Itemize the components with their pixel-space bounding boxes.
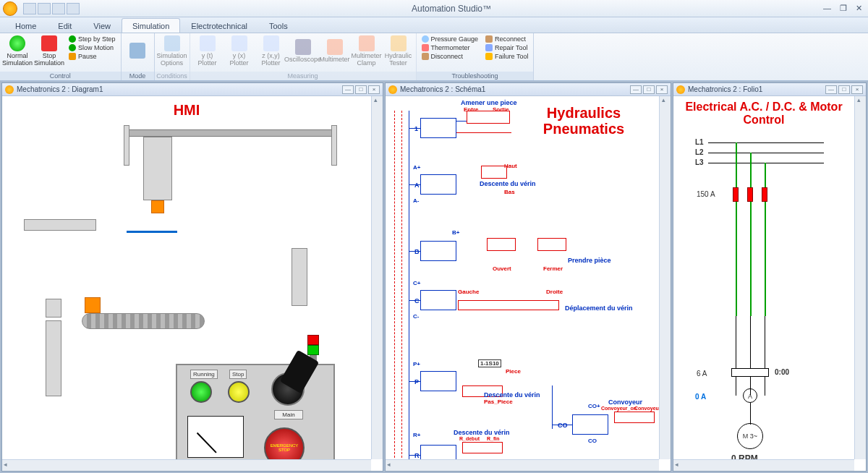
panel-icon — [388, 85, 397, 94]
thermometer-button[interactable]: Thermometer — [420, 43, 481, 52]
group-mode-label: Mode — [122, 72, 154, 80]
panel-close-button[interactable]: × — [368, 85, 380, 94]
panel-min-button[interactable]: — — [342, 85, 354, 94]
motor-icon: M 3~ — [737, 423, 763, 449]
hyd-title: Hydraulics Pneumatics — [519, 105, 649, 137]
yx-plotter-button[interactable]: y (x) Plotter — [225, 35, 254, 68]
zxy-plotter-button[interactable]: z (x,y) Plotter — [257, 35, 286, 68]
panel-hyd-title: Mechatronics 2 : Schéma1 — [400, 85, 485, 93]
simulation-options-button[interactable]: Simulation Options — [158, 35, 187, 68]
hydraulic-tester-button[interactable]: Hydraulic Tester — [384, 35, 413, 68]
scrollbar-vertical[interactable] — [659, 96, 671, 459]
mode-button[interactable] — [124, 35, 151, 68]
oscilloscope-button[interactable]: Oscilloscope — [289, 35, 318, 68]
analog-meter — [187, 416, 244, 458]
panel-max-button[interactable]: □ — [643, 85, 655, 94]
panel-hydraulics: Mechatronics 2 : Schéma1 — □ × Hydraulic… — [385, 82, 671, 472]
pressure-gauge-button[interactable]: Pressure Gauge — [420, 35, 481, 43]
stop-simulation-button[interactable]: Stop Simulation — [35, 35, 64, 68]
stop-label: Stop — [229, 370, 247, 379]
panel-hmi: Mechatronics 2 : Diagram1 — □ × HMI — [1, 82, 383, 472]
qat-btn[interactable] — [38, 3, 51, 14]
qat-btn[interactable] — [23, 3, 36, 14]
panel-min-button[interactable]: — — [825, 85, 837, 94]
panel-hmi-title: Mechatronics 2 : Diagram1 — [17, 85, 103, 93]
pause-button[interactable]: Pause — [67, 52, 118, 61]
app-title: Automation Studio™ — [80, 4, 823, 14]
panel-icon — [676, 85, 685, 94]
run-button[interactable] — [190, 381, 212, 403]
group-troubleshooting-label: Troubleshooting — [417, 72, 534, 80]
repair-tool-button[interactable]: Repair Tool — [483, 43, 530, 52]
scrollbar-vertical[interactable] — [371, 96, 383, 459]
running-label: Running — [190, 370, 218, 379]
tab-electrotechnical[interactable]: Electrotechnical — [180, 18, 258, 33]
panel-elec-title: Mechatronics 2 : Folio1 — [688, 85, 762, 93]
tab-simulation[interactable]: Simulation — [122, 18, 180, 33]
maximize-icon[interactable]: ❐ — [840, 4, 847, 13]
tab-view[interactable]: View — [82, 18, 122, 33]
scrollbar-horizontal[interactable] — [2, 459, 371, 471]
electrical-canvas[interactable]: Electrical A.C. / D.C. & Motor Control L… — [673, 96, 866, 471]
tab-tools[interactable]: Tools — [258, 18, 299, 33]
yt-plotter-button[interactable]: y (t) Plotter — [193, 35, 222, 68]
close-icon[interactable]: ✕ — [856, 4, 862, 13]
app-logo-icon — [3, 1, 17, 16]
multimeter-button[interactable]: Multimeter — [320, 35, 349, 68]
normal-simulation-button[interactable]: Normal Simulation — [3, 35, 32, 68]
title-bar: Automation Studio™ — ❐ ✕ — [0, 0, 868, 17]
ribbon-tabs: Home Edit View Simulation Electrotechnic… — [0, 17, 868, 33]
tab-edit[interactable]: Edit — [47, 18, 82, 33]
tab-home[interactable]: Home — [4, 18, 47, 33]
hmi-canvas[interactable]: HMI Running Stop — [2, 96, 383, 471]
workspace: Mechatronics 2 : Diagram1 — □ × HMI — [0, 81, 868, 473]
panel-close-button[interactable]: × — [656, 85, 668, 94]
disconnect-button[interactable]: Disconnect — [420, 52, 481, 61]
scrollbar-horizontal[interactable] — [673, 459, 854, 471]
hmi-stop-button[interactable] — [228, 381, 250, 403]
failure-tool-button[interactable]: Failure Tool — [483, 52, 530, 61]
quick-access-toolbar — [23, 3, 80, 14]
step-by-step-button[interactable]: Step by Step — [67, 35, 118, 43]
panel-max-button[interactable]: □ — [838, 85, 850, 94]
group-conditions-label: Conditions — [155, 72, 190, 80]
panel-close-button[interactable]: × — [851, 85, 863, 94]
panel-min-button[interactable]: — — [630, 85, 642, 94]
reconnect-button[interactable]: Reconnect — [483, 35, 530, 43]
main-label: Main — [274, 410, 303, 419]
clamp-button[interactable]: Multimeter Clamp — [352, 35, 381, 68]
scrollbar-horizontal[interactable] — [386, 459, 659, 471]
scrollbar-vertical[interactable] — [854, 96, 866, 459]
ribbon: Normal Simulation Stop Simulation Step b… — [0, 33, 868, 81]
qat-btn[interactable] — [67, 3, 80, 14]
group-measuring-label: Measuring — [190, 72, 416, 80]
panel-electrical: Mechatronics 2 : Folio1 — □ × Electrical… — [673, 82, 867, 472]
panel-max-button[interactable]: □ — [355, 85, 367, 94]
elec-title: Electrical A.C. / D.C. & Motor Control — [673, 101, 854, 126]
hmi-title: HMI — [2, 102, 371, 119]
slow-motion-button[interactable]: Slow Motion — [67, 43, 118, 52]
hydraulics-canvas[interactable]: Hydraulics Pneumatics — [386, 96, 671, 471]
minimize-icon[interactable]: — — [823, 4, 831, 13]
panel-icon — [5, 85, 14, 94]
qat-btn[interactable] — [52, 3, 65, 14]
group-control-label: Control — [0, 72, 121, 80]
